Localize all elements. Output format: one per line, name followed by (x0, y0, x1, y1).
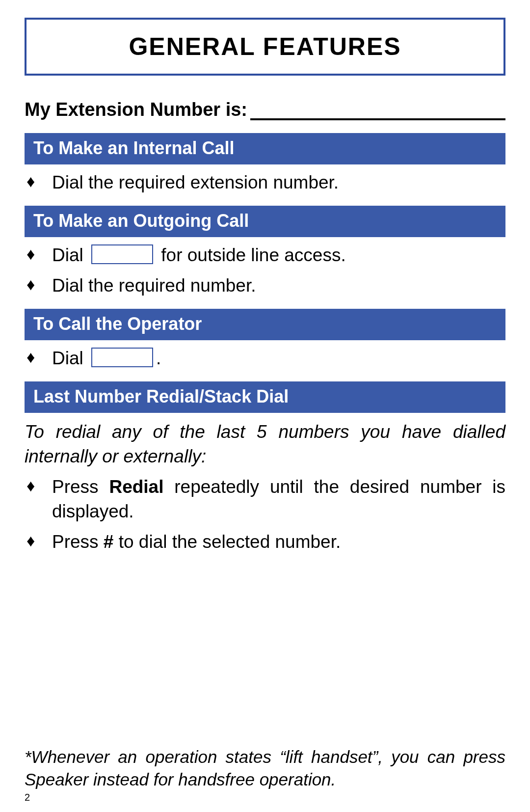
bullet-text: Dial the required extension number. (52, 170, 505, 195)
page-number: 2 (25, 792, 30, 803)
bullet-text: Press # to dial the selected number. (52, 530, 505, 554)
diamond-icon: ♦ (25, 346, 52, 369)
text-fragment: for outside line access. (161, 245, 345, 265)
section-operator: To Call the Operator ♦ Dial . (25, 309, 505, 371)
diamond-icon: ♦ (25, 170, 52, 193)
bullet-row: ♦ Dial . (25, 346, 505, 371)
bullet-text: Dial for outside line access. (52, 243, 505, 268)
section-header-operator: To Call the Operator (25, 309, 505, 340)
redial-key-label: Redial (109, 477, 163, 497)
outside-line-code-blank[interactable] (91, 244, 153, 264)
section-header-redial: Last Number Redial/Stack Dial (25, 381, 505, 413)
bullet-row: ♦ Dial the required extension number. (25, 170, 505, 195)
bullet-row: ♦ Press # to dial the selected number. (25, 530, 505, 554)
section-internal-call: To Make an Internal Call ♦ Dial the requ… (25, 133, 505, 195)
bullet-text: Dial the required number. (52, 273, 505, 298)
text-fragment: . (156, 348, 161, 368)
extension-row: My Extension Number is: (25, 99, 505, 120)
text-fragment: Dial (52, 348, 83, 368)
text-fragment: Press (52, 532, 104, 552)
diamond-icon: ♦ (25, 273, 52, 296)
bullet-text: Press Redial repeatedly until the desire… (52, 475, 505, 524)
text-fragment: Dial (52, 245, 83, 265)
hash-key-label: # (104, 532, 114, 552)
section-redial: Last Number Redial/Stack Dial To redial … (25, 381, 505, 554)
extension-blank-line[interactable] (250, 105, 505, 120)
bullet-row: ♦ Dial the required number. (25, 273, 505, 298)
diamond-icon: ♦ (25, 475, 52, 497)
diamond-icon: ♦ (25, 243, 52, 266)
section-outgoing-call: To Make an Outgoing Call ♦ Dial for outs… (25, 206, 505, 298)
bullet-text: Dial . (52, 346, 505, 371)
footnote: *Whenever an operation states “lift hand… (25, 746, 505, 790)
section-header-internal: To Make an Internal Call (25, 133, 505, 164)
bullet-row: ♦ Press Redial repeatedly until the desi… (25, 475, 505, 524)
diamond-icon: ♦ (25, 530, 52, 552)
page: GENERAL FEATURES My Extension Number is:… (0, 0, 530, 812)
section-header-outgoing: To Make an Outgoing Call (25, 206, 505, 237)
page-title: GENERAL FEATURES (31, 32, 499, 61)
redial-lead-text: To redial any of the last 5 numbers you … (25, 420, 505, 469)
title-box: GENERAL FEATURES (25, 18, 505, 76)
text-fragment: Press (52, 477, 109, 497)
operator-code-blank[interactable] (91, 348, 153, 367)
bullet-row: ♦ Dial for outside line access. (25, 243, 505, 268)
text-fragment: to dial the selected number. (113, 532, 341, 552)
extension-label: My Extension Number is: (25, 99, 247, 120)
